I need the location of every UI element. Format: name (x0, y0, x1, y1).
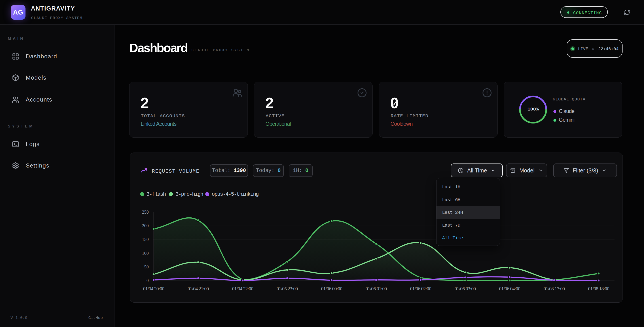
svg-text:01/06 04:00: 01/06 04:00 (499, 286, 520, 292)
svg-text:50: 50 (144, 264, 149, 269)
svg-text:01/08 18:00: 01/08 18:00 (588, 286, 610, 292)
svg-text:200: 200 (142, 223, 149, 228)
svg-text:01/08 17:00: 01/08 17:00 (544, 286, 565, 292)
svg-text:250: 250 (142, 210, 149, 214)
svg-text:01/04 20:00: 01/04 20:00 (143, 286, 164, 292)
svg-text:150: 150 (142, 237, 149, 242)
svg-text:01/04 22:00: 01/04 22:00 (232, 286, 254, 292)
svg-text:0: 0 (146, 278, 149, 283)
svg-text:01/06 00:00: 01/06 00:00 (321, 286, 342, 292)
svg-text:01/06 01:00: 01/06 01:00 (366, 286, 387, 292)
svg-text:01/04 21:00: 01/04 21:00 (188, 286, 209, 292)
svg-text:01/05 23:00: 01/05 23:00 (276, 286, 298, 292)
svg-text:100: 100 (142, 251, 149, 256)
svg-text:01/06 02:00: 01/06 02:00 (410, 286, 432, 292)
svg-text:01/06 03:00: 01/06 03:00 (454, 286, 476, 292)
